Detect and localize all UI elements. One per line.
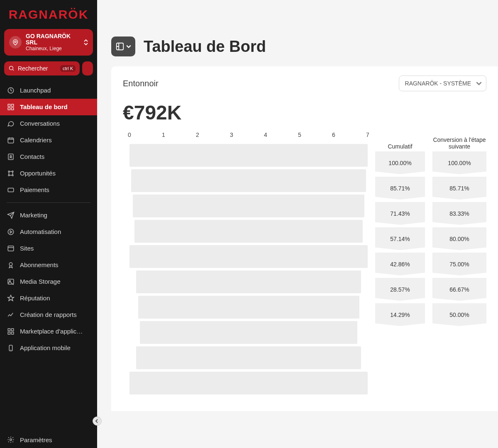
pipeline-select-label: RAGNARÖK - SYSTÈME (405, 80, 471, 87)
svg-rect-7 (8, 138, 14, 143)
sidebar-item-label: Application mobile (20, 344, 71, 351)
sidebar-item-opportunites[interactable]: Opportunités (0, 165, 97, 182)
sidebar-item-parametres[interactable]: Paramètres (0, 431, 97, 448)
chevrons-up-down-icon (84, 39, 88, 45)
sidebar-item-launchpad[interactable]: Launchpad (0, 82, 97, 99)
svg-rect-20 (8, 329, 10, 331)
layout-icon (115, 42, 124, 51)
sidebar-item-tableau-de-bord[interactable]: Tableau de bord (0, 99, 97, 115)
conversion-cell: 85.71% (432, 177, 486, 200)
chevron-down-icon (476, 80, 482, 86)
svg-point-15 (8, 229, 14, 235)
org-name: GO RAGNARÖK SRL (26, 33, 80, 46)
sidebar-item-label: Paiements (20, 186, 49, 193)
cumulative-cell: 85.71% (375, 177, 425, 200)
sidebar-item-label: Création de rapports (20, 311, 77, 318)
cumulative-cell: 100.00% (375, 151, 425, 174)
globe-icon (7, 244, 15, 253)
svg-point-11 (12, 171, 13, 172)
sidebar-item-label: Automatisation (20, 228, 61, 235)
search-icon (8, 65, 15, 71)
sidebar-item-media-storage[interactable]: Media Storage (0, 273, 97, 290)
conversion-cell: 75.00% (432, 253, 486, 275)
conversion-cell: 100.00% (432, 151, 486, 174)
sidebar-item-marketing[interactable]: Marketing (0, 207, 97, 224)
chart-icon (7, 311, 15, 319)
chevron-down-icon (126, 44, 131, 49)
sidebar-item-automatisation[interactable]: Automatisation (0, 224, 97, 240)
sidebar-item-sites[interactable]: Sites (0, 240, 97, 257)
play-circle-icon (7, 228, 15, 236)
axis-tick: 4 (264, 131, 267, 138)
svg-rect-16 (8, 246, 14, 251)
x-axis: 01234567 (129, 131, 368, 142)
page-title: Tableau de Bord (144, 38, 266, 56)
svg-rect-21 (12, 329, 14, 331)
sidebar-item-label: Abonnements (20, 261, 59, 268)
axis-tick: 1 (162, 131, 165, 138)
sidebar-item-label: Media Storage (20, 278, 61, 285)
pipeline-select[interactable]: RAGNARÖK - SYSTÈME (399, 75, 486, 91)
sidebar: RAGNARÖK GO RAGNARÖK SRL Chaineux, Liege… (0, 0, 97, 448)
view-switcher-button[interactable] (111, 37, 135, 56)
funnel-bar (129, 372, 368, 394)
axis-tick: 6 (332, 131, 335, 138)
sidebar-item-conversations[interactable]: Conversations (0, 115, 97, 132)
main: Tableau de Bord Entonnoir RAGNARÖK - SYS… (97, 0, 498, 448)
sidebar-item-label: Contacts (20, 153, 44, 160)
svg-rect-14 (8, 188, 14, 192)
search-input[interactable]: Rechercher ctrl K (4, 61, 80, 75)
sidebar-item-paiements[interactable]: Paiements (0, 182, 97, 198)
svg-rect-5 (8, 107, 10, 110)
dashboard-icon (7, 103, 15, 111)
svg-point-13 (12, 175, 13, 176)
sidebar-item-contacts[interactable]: Contacts (0, 149, 97, 165)
svg-rect-6 (12, 107, 14, 110)
location-icon (9, 36, 22, 49)
conversion-cell: 66.67% (432, 278, 486, 301)
image-icon (7, 278, 15, 286)
topbar (97, 0, 498, 22)
sidebar-item-label: Marketing (20, 212, 47, 219)
cumulative-cell: 57.14% (375, 227, 425, 250)
conversion-column: 100.00%85.71%83.33%80.00%75.00%66.67%50.… (432, 151, 486, 326)
svg-point-10 (8, 171, 10, 172)
funnel-card: Entonnoir RAGNARÖK - SYSTÈME €792K 01234… (111, 66, 498, 411)
svg-point-1 (10, 66, 13, 70)
funnel-bar (129, 144, 368, 167)
conversion-cell: 80.00% (432, 227, 486, 250)
sidebar-item-label: Marketplace d'applic… (20, 328, 83, 335)
sidebar-item-calendriers[interactable]: Calendriers (0, 132, 97, 149)
sidebar-collapse-button[interactable] (93, 416, 102, 426)
funnel-chart: 01234567 Cumulatif 100.00%85.71%71.43%57… (111, 128, 498, 394)
svg-point-9 (10, 156, 12, 157)
sidebar-item-label: Paramètres (20, 436, 52, 443)
search-extra-button[interactable] (82, 61, 93, 75)
org-switcher[interactable]: GO RAGNARÖK SRL Chaineux, Liege (4, 29, 93, 56)
axis-tick: 5 (298, 131, 301, 138)
sidebar-item-reputation[interactable]: Réputation (0, 290, 97, 307)
cumulative-cell: 28.57% (375, 278, 425, 301)
brand-logo: RAGNARÖK (0, 0, 97, 26)
col-head-cumulative: Cumulatif (375, 131, 425, 150)
axis-tick: 7 (366, 131, 369, 138)
sidebar-item-application-mobile[interactable]: Application mobile (0, 340, 97, 356)
sidebar-item-creation-de-rapports[interactable]: Création de rapports (0, 307, 97, 323)
calendar-icon (7, 136, 15, 144)
funnel-bar (129, 220, 368, 243)
payments-icon (7, 186, 15, 194)
search-shortcut: ctrl K (60, 65, 76, 72)
svg-rect-18 (8, 279, 14, 284)
svg-point-25 (10, 439, 12, 441)
search-placeholder: Rechercher (18, 65, 60, 72)
sidebar-item-label: Sites (20, 245, 34, 252)
sidebar-item-marketplace[interactable]: Marketplace d'applic… (0, 323, 97, 340)
sidebar-item-abonnements[interactable]: Abonnements (0, 257, 97, 273)
axis-tick: 0 (128, 131, 131, 138)
sidebar-item-label: Calendriers (20, 136, 52, 144)
nav-primary: Launchpad Tableau de bord Conversations … (0, 80, 97, 356)
svg-rect-4 (12, 104, 14, 106)
star-icon (7, 294, 15, 302)
contacts-icon (7, 153, 15, 161)
gear-icon (7, 436, 15, 444)
